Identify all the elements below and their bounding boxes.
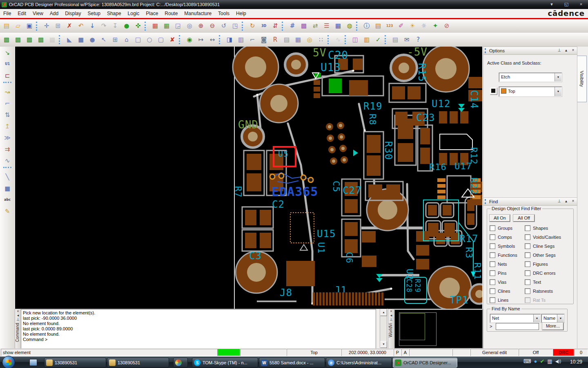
close-icon[interactable]: × <box>570 199 576 203</box>
bus-route-button[interactable]: ≫ <box>2 132 13 143</box>
taskbar-button-c-users-administrat-[interactable]: eC:\Users\Administrat... <box>326 358 392 368</box>
find-name-input[interactable] <box>496 323 539 330</box>
restore-button[interactable]: ◱ <box>561 1 572 7</box>
layer-stack-button[interactable]: ☰ <box>321 21 332 31</box>
chevron-down-icon[interactable]: ▼ <box>555 73 561 81</box>
undo-button[interactable]: ↶ <box>76 21 86 31</box>
status-p-toggle[interactable]: P <box>394 349 401 356</box>
waveform-button[interactable]: ∿ <box>333 34 343 45</box>
slide-button[interactable]: ↝ <box>2 87 13 97</box>
copy-button[interactable]: ⊞ <box>53 21 63 31</box>
shape-corner-button[interactable]: ◣ <box>64 34 75 45</box>
fanout-button[interactable]: ↥ <box>2 121 13 132</box>
checkbox-ratsnests[interactable] <box>525 288 530 294</box>
pcb-canvas[interactable]: 5VC20U13-5VR15U12C14GNDR19R8R30C23R16U17… <box>15 47 483 309</box>
drc-status[interactable]: DRC <box>553 349 574 356</box>
new-file-button[interactable]: ▤ <box>1 21 12 31</box>
help-button[interactable]: ? <box>413 34 423 45</box>
menu-logic[interactable]: Logic <box>125 9 143 18</box>
pin-button[interactable]: ✜ <box>133 21 143 31</box>
find-header[interactable]: Find ⊥ ▴ × <box>483 198 577 206</box>
zoom-fit-button[interactable]: ◎ <box>184 21 195 31</box>
collapse-icon[interactable]: ▴ <box>564 48 569 52</box>
add-rect-button[interactable]: ■ <box>2 183 13 194</box>
layer-compare-button[interactable]: ▥ <box>236 34 246 45</box>
move-button[interactable]: ✛ <box>41 21 52 31</box>
place-update-button[interactable]: ↓ <box>87 21 98 31</box>
constraint-grid-button[interactable]: ▦ <box>293 34 303 45</box>
update-check-icon[interactable]: ✔ <box>540 358 544 364</box>
swap-layers-button[interactable]: ⇄ <box>310 21 321 31</box>
find-target-dropdown[interactable]: Net▼ <box>490 314 541 323</box>
collapse-icon[interactable]: ◂ <box>388 313 394 317</box>
shape-void-button[interactable]: ▢ <box>156 34 166 45</box>
checkbox-cline-segs[interactable] <box>525 243 530 249</box>
checkbox-clines[interactable] <box>490 288 495 294</box>
menu-manufacture[interactable]: Manufacture <box>181 9 215 18</box>
model-browser-button[interactable]: ◫ <box>350 34 361 45</box>
zoom-out-button[interactable]: ⊖ <box>207 21 218 31</box>
add-text-button[interactable]: abc <box>2 195 13 205</box>
toggle-grid-button[interactable]: # <box>287 21 298 31</box>
close-icon[interactable]: × <box>570 48 576 52</box>
general-mode-button[interactable]: ▩ <box>24 34 35 45</box>
design-notes-button[interactable]: ▤ <box>281 34 292 45</box>
checkbox-shapes[interactable] <box>525 225 530 231</box>
menu-add[interactable]: Add <box>47 9 62 18</box>
taskbar-button-tom-skype-tm-n-[interactable]: STOM-Skype (TM) - n... <box>192 358 258 368</box>
menu-display[interactable]: Display <box>62 9 84 18</box>
subclass-color-button[interactable] <box>490 88 497 95</box>
find-mode-dropdown[interactable]: Name▼ <box>541 314 564 323</box>
add-line-button[interactable]: ╲ <box>2 172 13 182</box>
zoom-in-button[interactable]: ⊕ <box>196 21 206 31</box>
shape-rect-button[interactable]: ■ <box>76 34 86 45</box>
export-mail-button[interactable]: ✉ <box>401 34 412 45</box>
menu-place[interactable]: Place <box>143 9 161 18</box>
waive-drc-button[interactable]: ✦ <box>430 21 441 31</box>
etch-mode-button[interactable]: ▩ <box>13 34 23 45</box>
checkbox-functions[interactable] <box>490 252 495 258</box>
checkbox-lines[interactable] <box>490 297 495 303</box>
design-audit-button[interactable]: ✓ <box>373 34 383 45</box>
network-icon[interactable]: ▥ <box>547 358 552 364</box>
edit-text-button[interactable]: ✎ <box>2 206 13 217</box>
swap-pins-button[interactable]: ⇅ <box>2 110 13 120</box>
grid-lines-button[interactable]: ▦ <box>161 21 172 31</box>
flip-design-button[interactable]: ⇵ <box>270 21 281 31</box>
library-button[interactable]: ▥ <box>361 34 372 45</box>
checkbox-nets[interactable] <box>490 261 495 267</box>
zoom-points-button[interactable]: ◲ <box>173 21 183 31</box>
menu-setup[interactable]: Setup <box>85 9 104 18</box>
show-measure-button[interactable]: ▤ <box>373 21 383 31</box>
quick-launch-icon[interactable] <box>29 359 37 366</box>
menu-shape[interactable]: Shape <box>104 9 125 18</box>
worldview-canvas[interactable] <box>394 310 483 348</box>
more-button[interactable]: More... <box>542 323 564 330</box>
shape-select-button[interactable]: ↖ <box>98 34 109 45</box>
checkbox-pins[interactable] <box>490 270 495 276</box>
online-drc-button[interactable]: ● <box>121 21 132 31</box>
subclass-dropdown[interactable]: Top ▼ <box>499 87 562 96</box>
pin-icon[interactable]: ⊥ <box>557 199 562 203</box>
view-3d-button[interactable]: 3D <box>258 21 269 31</box>
menu-route[interactable]: Route <box>161 9 181 18</box>
chevron-down-icon[interactable]: ▼ <box>557 314 564 322</box>
dehilight-button[interactable]: ✐ <box>396 21 406 31</box>
command-scrollbar[interactable]: ▲ ▼ <box>380 309 387 348</box>
redo-button[interactable]: ↷ <box>98 21 109 31</box>
taskbar-button-130890531[interactable]: 130890531 <box>107 358 169 368</box>
checkbox-vias[interactable] <box>490 279 495 285</box>
checkbox-symbols[interactable] <box>490 243 495 249</box>
class-dropdown[interactable]: Etch▼ <box>499 73 562 82</box>
close-icon[interactable]: × <box>388 309 394 313</box>
rename-refdes-button[interactable]: R <box>270 34 281 45</box>
chevron-down-icon[interactable]: ▼ <box>555 87 561 96</box>
menu-help[interactable]: Help <box>233 9 249 18</box>
status-world-button[interactable]: ◍ <box>344 21 355 31</box>
pad-array-button[interactable]: ∷ <box>316 34 326 45</box>
circle-outline-button[interactable]: ○ <box>144 34 155 45</box>
messenger-icon[interactable]: ● <box>534 358 537 364</box>
taskbar-button-130890531[interactable]: 130890531 <box>44 358 106 368</box>
placement-mode-button[interactable]: ▩ <box>1 34 12 45</box>
shape-copy-button[interactable]: ⊞ <box>110 34 120 45</box>
